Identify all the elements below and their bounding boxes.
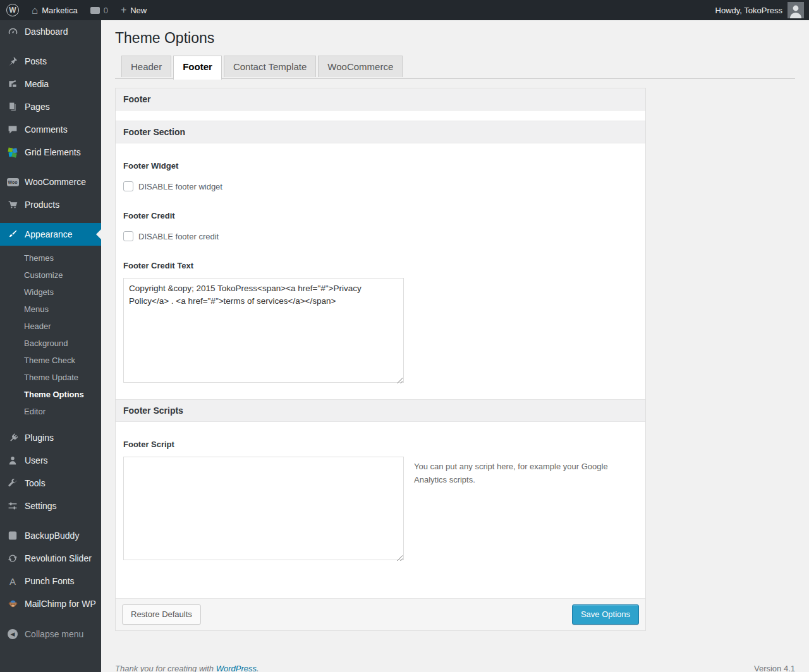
sidebar-item-label: BackupBuddy	[25, 531, 79, 541]
appearance-brush-icon	[6, 228, 19, 241]
howdy-account-link[interactable]: Howdy, TokoPress	[715, 6, 782, 15]
submenu-theme-update[interactable]: Theme Update	[0, 369, 101, 386]
sidebar-item-label: Grid Elements	[25, 147, 81, 157]
sidebar-item-label: Posts	[25, 56, 47, 66]
sidebar-item-plugins[interactable]: Plugins	[0, 426, 101, 449]
sidebar-item-settings[interactable]: Settings	[0, 495, 101, 517]
wordpress-logo-icon: W	[6, 4, 19, 16]
dashboard-icon	[6, 25, 19, 38]
admin-bar: W ⌂ Marketica 0 + New Howdy, TokoPress	[0, 0, 809, 20]
footer-thanks-text: Thank you for creating with WordPress.	[115, 664, 259, 672]
submenu-themes[interactable]: Themes	[0, 249, 101, 267]
tab-header[interactable]: Header	[121, 56, 171, 77]
footer-credit-text-textarea[interactable]: Copyright &copy; 2015 TokoPress<span><a …	[123, 278, 404, 383]
footer-widget-checkbox-row: DISABLE footer widget	[123, 181, 638, 191]
sidebar-item-pages[interactable]: Pages	[0, 95, 101, 118]
sidebar-item-backupbuddy[interactable]: BackupBuddy	[0, 524, 101, 547]
user-avatar[interactable]	[788, 2, 804, 18]
disable-footer-widget-label: DISABLE footer widget	[138, 182, 222, 191]
sidebar-item-woocommerce[interactable]: Woo WooCommerce	[0, 171, 101, 193]
comments-icon	[6, 123, 19, 136]
section-header-footer: Footer	[116, 88, 645, 111]
home-icon: ⌂	[32, 5, 38, 16]
grid-elements-icon	[6, 146, 19, 159]
backupbuddy-icon	[6, 529, 19, 542]
sidebar-item-posts[interactable]: Posts	[0, 50, 101, 73]
sidebar-item-label: Products	[25, 200, 59, 210]
footer-credit-label: Footer Credit	[123, 211, 638, 220]
comment-count: 0	[104, 6, 108, 15]
sidebar-item-revolution-slider[interactable]: Revolution Slider	[0, 547, 101, 570]
sidebar-item-label: MailChimp for WP	[25, 599, 96, 609]
save-options-button[interactable]: Save Options	[572, 604, 639, 625]
submenu-editor[interactable]: Editor	[0, 403, 101, 420]
submenu-theme-check[interactable]: Theme Check	[0, 352, 101, 369]
collapse-arrow-icon: ◀	[6, 628, 19, 640]
sidebar-item-media[interactable]: Media	[0, 73, 101, 95]
sidebar-item-mailchimp[interactable]: MailChimp for WP	[0, 592, 101, 615]
disable-footer-widget-checkbox[interactable]	[123, 181, 133, 191]
sidebar-item-dashboard[interactable]: Dashboard	[0, 20, 101, 43]
active-menu-arrow	[96, 229, 101, 239]
subsection-header-footer-scripts: Footer Scripts	[116, 399, 645, 422]
refresh-cycle-icon	[6, 552, 19, 565]
tab-bar: HeaderFooterContact TemplateWooCommerce	[115, 56, 795, 79]
submenu-widgets[interactable]: Widgets	[0, 284, 101, 301]
footer-script-textarea[interactable]	[123, 457, 404, 560]
sidebar-item-label: Tools	[25, 478, 46, 488]
media-icon	[6, 78, 19, 90]
sidebar-item-users[interactable]: Users	[0, 449, 101, 472]
submenu-menus[interactable]: Menus	[0, 301, 101, 318]
new-content-menu[interactable]: + New	[114, 0, 153, 20]
admin-sidebar: Dashboard Posts Media Pages Comments	[0, 20, 101, 672]
section-divider	[116, 111, 645, 121]
wrench-icon	[6, 477, 19, 489]
thanks-prefix: Thank you for creating with	[115, 664, 216, 672]
sidebar-item-label: Plugins	[25, 433, 54, 443]
tab-footer[interactable]: Footer	[173, 56, 222, 80]
restore-defaults-button[interactable]: Restore Defaults	[122, 604, 201, 625]
collapse-menu-label: Collapse menu	[25, 629, 83, 639]
sidebar-item-label: Pages	[25, 102, 50, 112]
theme-options-panel: Footer Footer Section Footer Widget DISA…	[115, 88, 646, 631]
collapse-menu-button[interactable]: ◀ Collapse menu	[0, 623, 101, 645]
submenu-background[interactable]: Background	[0, 335, 101, 352]
plugin-icon	[6, 431, 19, 444]
letter-a-icon: A	[6, 575, 19, 587]
settings-sliders-icon	[6, 500, 19, 512]
submenu-header[interactable]: Header	[0, 318, 101, 335]
plus-icon: +	[121, 5, 126, 15]
comments-shortcut[interactable]: 0	[84, 0, 114, 20]
sidebar-item-label: Appearance	[25, 229, 73, 239]
footer-credit-text-label: Footer Credit Text	[123, 261, 638, 270]
pages-icon	[6, 100, 19, 113]
sidebar-item-appearance[interactable]: Appearance	[0, 223, 101, 246]
user-icon	[6, 454, 19, 467]
wordpress-logo-menu[interactable]: W	[0, 0, 25, 20]
disable-footer-credit-checkbox[interactable]	[123, 231, 133, 241]
sidebar-item-grid-elements[interactable]: Grid Elements	[0, 141, 101, 164]
admin-footer: Thank you for creating with WordPress. V…	[115, 664, 795, 672]
tab-woocommerce[interactable]: WooCommerce	[318, 56, 403, 77]
footer-widget-label: Footer Widget	[123, 161, 638, 171]
disable-footer-credit-label: DISABLE footer credit	[138, 232, 219, 241]
panel-action-bar: Restore Defaults Save Options	[116, 598, 645, 630]
comment-bubble-icon	[90, 7, 100, 14]
version-text: Version 4.1	[754, 664, 795, 672]
tab-contact-template[interactable]: Contact Template	[224, 56, 316, 77]
sidebar-item-comments[interactable]: Comments	[0, 118, 101, 141]
new-label: New	[130, 6, 147, 15]
sidebar-item-label: Settings	[25, 501, 57, 511]
sidebar-item-punch-fonts[interactable]: A Punch Fonts	[0, 570, 101, 592]
sidebar-item-label: WooCommerce	[25, 177, 86, 187]
subsection-header-footer-section: Footer Section	[116, 121, 645, 143]
submenu-customize[interactable]: Customize	[0, 267, 101, 284]
sidebar-item-products[interactable]: Products	[0, 193, 101, 216]
submenu-theme-options[interactable]: Theme Options	[0, 386, 101, 403]
site-name-link[interactable]: ⌂ Marketica	[25, 0, 84, 20]
wordpress-link[interactable]: WordPress	[216, 664, 257, 672]
footer-script-label: Footer Script	[123, 440, 638, 449]
site-name: Marketica	[42, 6, 77, 15]
sidebar-item-tools[interactable]: Tools	[0, 472, 101, 495]
thanks-suffix: .	[257, 664, 259, 672]
